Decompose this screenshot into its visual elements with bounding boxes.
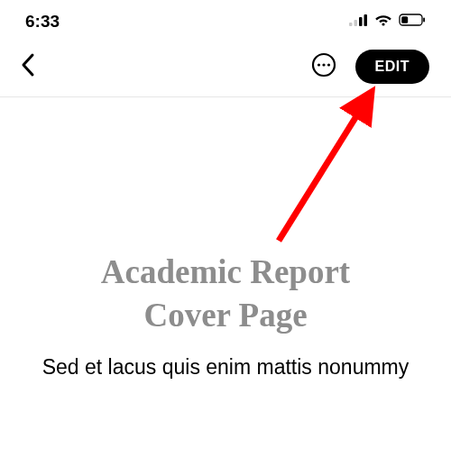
cellular-icon	[349, 14, 368, 30]
svg-point-4	[382, 23, 384, 25]
svg-rect-0	[349, 23, 353, 26]
status-bar: 6:33	[0, 0, 451, 38]
svg-point-10	[322, 63, 325, 66]
svg-rect-6	[401, 16, 408, 23]
svg-rect-3	[364, 14, 368, 26]
chevron-left-icon	[20, 67, 36, 80]
more-button[interactable]	[308, 50, 339, 83]
nav-right: EDIT	[308, 50, 429, 84]
document-subtitle: Sed et lacus quis enim mattis nonummy	[0, 353, 451, 381]
nav-left	[16, 49, 40, 84]
nav-bar: EDIT	[0, 38, 451, 97]
status-time: 6:33	[25, 12, 60, 32]
svg-rect-7	[423, 18, 425, 23]
edit-button[interactable]: EDIT	[355, 50, 429, 84]
svg-point-11	[327, 63, 329, 66]
document-title-line2: Cover Page	[143, 297, 307, 334]
document-title-line1: Academic Report	[101, 253, 350, 290]
svg-rect-2	[359, 17, 363, 26]
document-title: Academic Report Cover Page	[0, 251, 451, 337]
svg-rect-1	[354, 20, 358, 26]
status-icons	[349, 14, 426, 30]
wifi-icon	[374, 14, 392, 30]
more-icon	[310, 51, 337, 81]
battery-icon	[399, 14, 426, 30]
document-content: Academic Report Cover Page Sed et lacus …	[0, 97, 451, 381]
svg-point-9	[317, 63, 319, 66]
back-button[interactable]	[16, 49, 40, 84]
